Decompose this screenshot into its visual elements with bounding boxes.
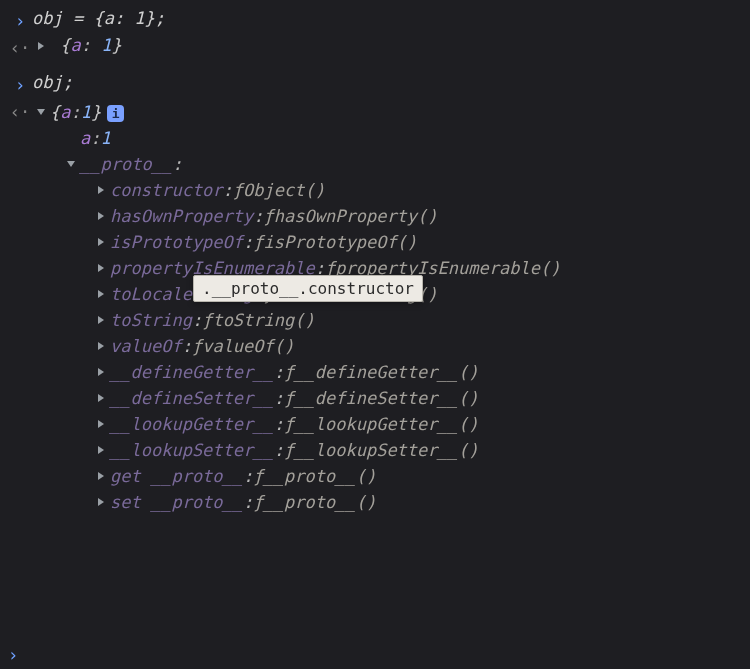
proto-property-line: propertyIsEnumerable: ƒ propertyIsEnumer… [32,255,742,281]
proto-property-line: __defineSetter__: ƒ __defineSetter__() [32,385,742,411]
colon: : [192,310,202,330]
colon: : [71,102,81,122]
function-name: __proto__() [264,492,377,512]
property-name: isPrototypeOf [110,232,243,252]
proto-property-line: toString: ƒ toString() [32,307,742,333]
function-name: __defineSetter__() [294,388,478,408]
console-input-code[interactable]: obj; [32,72,742,92]
colon: : [253,284,263,304]
expand-toggle[interactable] [92,289,110,299]
property-name: hasOwnProperty [110,206,253,226]
object-value: 1 [101,35,111,55]
function-name: propertyIsEnumerable() [335,258,560,278]
console-output-value: {a: 1} [32,35,742,55]
expand-toggle[interactable] [92,237,110,247]
object-key: a [60,102,70,122]
object-value: 1 [81,102,91,122]
function-glyph: ƒ [202,310,212,330]
expand-toggle[interactable] [92,185,110,195]
colon: : [223,180,233,200]
collapse-toggle[interactable] [32,107,50,117]
proto-label: __proto__ [80,154,172,174]
colon: : [315,258,325,278]
property-name: __defineSetter__ [110,388,274,408]
property-name: get __proto__ [110,466,243,486]
function-glyph: ƒ [253,232,263,252]
devtools-console: › obj = {a: 1}; ‹· {a: 1} › obj; ‹· [0,0,750,669]
colon: : [182,336,192,356]
svg-marker-3 [98,186,104,194]
output-prompt-icon: ‹· [8,99,32,122]
svg-marker-7 [98,290,104,298]
proto-property-list: constructor: ƒ Object()hasOwnProperty: ƒ… [32,177,742,515]
expand-toggle[interactable] [92,211,110,221]
console-output-row-expanded: ‹· {a: 1} i a: 1 __proto__: constructor [0,97,750,517]
colon: : [253,206,263,226]
property-name: toLocaleString [110,284,253,304]
input-prompt-icon: › [8,8,32,31]
expand-toggle[interactable] [92,263,110,273]
svg-marker-9 [98,342,104,350]
expand-toggle[interactable] [92,367,110,377]
function-name: __lookupSetter__() [294,440,478,460]
proto-property-line: get __proto__: ƒ __proto__() [32,463,742,489]
expand-toggle[interactable] [32,41,50,51]
svg-marker-4 [98,212,104,220]
expand-toggle[interactable] [92,315,110,325]
expand-toggle[interactable] [92,471,110,481]
function-name: __proto__() [264,466,377,486]
console-input-code[interactable]: obj = {a: 1}; [32,8,742,28]
console-prompt[interactable]: › [0,641,750,669]
function-name: __defineGetter__() [294,362,478,382]
colon: : [81,35,101,55]
colon: : [243,232,253,252]
input-prompt-icon: › [8,72,32,95]
function-glyph: ƒ [264,284,274,304]
info-icon[interactable]: i [107,105,124,122]
svg-marker-0 [38,42,44,50]
expand-toggle[interactable] [92,419,110,429]
property-name: propertyIsEnumerable [110,258,315,278]
function-glyph: ƒ [253,492,263,512]
function-name: hasOwnProperty() [274,206,438,226]
property-name: set __proto__ [110,492,243,512]
expand-toggle[interactable] [92,497,110,507]
proto-property-line: __defineGetter__: ƒ __defineGetter__() [32,359,742,385]
svg-marker-11 [98,394,104,402]
proto-property-line: set __proto__: ƒ __proto__() [32,489,742,515]
function-name: toString() [212,310,314,330]
property-name: __defineGetter__ [110,362,274,382]
proto-property-line: constructor: ƒ Object() [32,177,742,203]
brace-open: { [60,35,70,55]
function-glyph: ƒ [253,466,263,486]
expand-toggle[interactable] [92,393,110,403]
function-glyph: ƒ [192,336,202,356]
brace-close: } [91,102,101,122]
console-input-row: › obj; [0,70,750,97]
function-name: isPrototypeOf() [264,232,418,252]
property-name: toString [110,310,192,330]
proto-property-line: __lookupGetter__: ƒ __lookupGetter__() [32,411,742,437]
svg-marker-13 [98,446,104,454]
brace-open: { [50,102,60,122]
proto-property-line: __lookupSetter__: ƒ __lookupSetter__() [32,437,742,463]
colon: : [243,466,253,486]
function-glyph: ƒ [284,388,294,408]
svg-marker-5 [98,238,104,246]
function-name: __lookupGetter__() [294,414,478,434]
object-key: a [71,35,81,55]
expand-toggle[interactable] [92,341,110,351]
function-glyph: ƒ [284,362,294,382]
property-name: __lookupSetter__ [110,440,274,460]
function-name: toLocaleString() [274,284,438,304]
expand-toggle[interactable] [92,445,110,455]
collapse-toggle[interactable] [62,159,80,169]
proto-property-line: hasOwnProperty: ƒ hasOwnProperty() [32,203,742,229]
svg-marker-15 [98,498,104,506]
svg-marker-14 [98,472,104,480]
colon: : [243,492,253,512]
svg-marker-12 [98,420,104,428]
proto-property-line: isPrototypeOf: ƒ isPrototypeOf() [32,229,742,255]
property-name: __lookupGetter__ [110,414,274,434]
property-name: valueOf [110,336,182,356]
